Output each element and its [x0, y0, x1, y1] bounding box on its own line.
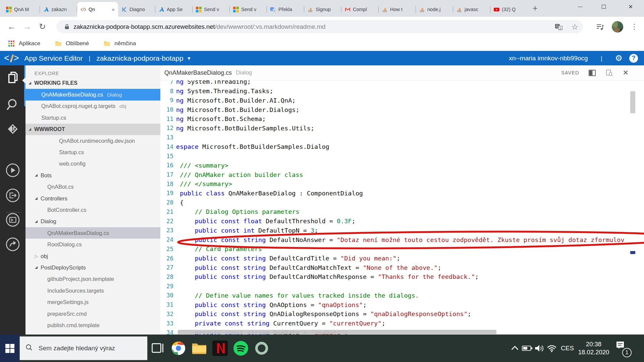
tree-file-item[interactable]: Startup.cs	[25, 112, 160, 123]
forward-button[interactable]: →	[23, 22, 32, 32]
code-area[interactable]: 7ng System.Threading;8ng System.Threadin…	[160, 80, 644, 335]
file-explorer-icon[interactable]	[192, 341, 207, 356]
browser-tab[interactable]: Send v	[193, 2, 230, 17]
code-line[interactable]: 16 /// <summary>	[160, 161, 644, 170]
browser-tab[interactable]: Diagno	[118, 2, 155, 17]
code-line[interactable]: 7ng System.Threading;	[160, 80, 644, 86]
tree-section-header[interactable]: WORKING FILES	[25, 77, 160, 89]
task-view-icon[interactable]	[150, 341, 165, 356]
window-maximize-button[interactable]	[592, 0, 615, 13]
browser-tab[interactable]: G文Překla	[267, 2, 304, 17]
tree-file-item[interactable]: RootDialog.cs	[25, 239, 160, 250]
wifi-icon[interactable]	[546, 343, 557, 354]
browser-tab[interactable]: zakazn	[40, 2, 77, 17]
tree-file-item[interactable]: QnABot.csproj.nuget.g.targetsobj	[25, 101, 160, 112]
new-tab-button[interactable]: +	[533, 4, 538, 12]
code-line[interactable]: 20 {	[160, 198, 644, 207]
spotify-icon[interactable]	[233, 341, 249, 356]
speaker-icon[interactable]	[534, 343, 545, 354]
battery-icon[interactable]	[522, 343, 533, 354]
taskbar-clock[interactable]: 20:38 18.02.2020	[578, 340, 610, 356]
browser-tab[interactable]: Signup	[304, 2, 341, 17]
tree-folder-header[interactable]: Controllers	[25, 193, 160, 204]
editor-close-icon[interactable]: ✕	[623, 69, 629, 77]
tree-file-item[interactable]: QnABot.cs	[25, 181, 160, 193]
help-icon[interactable]: ?	[629, 54, 638, 63]
settings-gear-icon[interactable]: ⚙	[615, 54, 623, 62]
reload-button[interactable]: ↻	[39, 22, 46, 32]
code-line[interactable]: 9ng Microsoft.Bot.Builder.AI.QnA;	[160, 96, 644, 105]
browser-tab[interactable]: QnA M	[3, 2, 40, 17]
code-line[interactable]: 29	[160, 282, 644, 291]
code-line[interactable]: 15	[160, 152, 644, 161]
tree-file-item[interactable]: IncludeSources.targets	[25, 285, 160, 296]
tree-file-item[interactable]: githubProject.json.template	[25, 274, 160, 285]
bookmark-item[interactable]: Aplikace	[8, 40, 40, 47]
tree-folder-header[interactable]: ▷obj	[25, 250, 160, 262]
code-line[interactable]: 28 public const string DefaultCardNoMatc…	[160, 272, 644, 282]
code-line[interactable]: 10ng Microsoft.Bot.Builder.Dialogs;	[160, 105, 644, 114]
browser-tab[interactable]: How t	[379, 2, 416, 17]
start-button[interactable]	[0, 335, 19, 362]
taskbar-search-box[interactable]: Sem zadejte hledaný výraz	[19, 336, 148, 360]
code-line[interactable]: 27 public const string DefaultCardNoMatc…	[160, 263, 644, 272]
code-line[interactable]: 18 /// </summary>	[160, 179, 644, 189]
bookmark-item[interactable]: němčina	[104, 40, 136, 47]
code-line[interactable]: 14espace Microsoft.BotBuilderSamples.Dia…	[160, 142, 644, 152]
tree-folder-header[interactable]: PostDeployScripts	[25, 262, 160, 273]
console-icon[interactable]	[5, 212, 20, 228]
tree-file-item[interactable]: publish.cmd.template	[25, 319, 160, 331]
tree-file-item[interactable]: QnAMakerBaseDialog.csDialog	[25, 89, 160, 100]
code-line[interactable]: 8ng System.Threading.Tasks;	[160, 86, 644, 96]
code-line[interactable]: 24 public const string DefaultNoAnswer =…	[160, 235, 644, 244]
code-line[interactable]: 26 public const string DefaultCardTitle …	[160, 254, 644, 263]
split-editor-icon[interactable]	[588, 69, 596, 77]
code-line[interactable]: 21 // Dialog Options parameters	[160, 207, 644, 217]
chevron-down-icon[interactable]: ▼	[187, 56, 192, 61]
language-indicator[interactable]: CES	[561, 345, 574, 352]
ring-icon[interactable]	[254, 341, 269, 356]
tree-section-header[interactable]: WWWROOT	[25, 124, 160, 135]
window-minimize-button[interactable]	[569, 0, 592, 13]
tree-file-item[interactable]: prepareSrc.cmd	[25, 308, 160, 319]
tree-folder-header[interactable]: Dialog	[25, 216, 160, 227]
translate-page-icon[interactable]: G文	[555, 23, 562, 31]
browser-tab[interactable]: (32) Q	[490, 2, 528, 17]
code-line[interactable]: 12ng Microsoft.BotBuilderSamples.Utils;	[160, 124, 644, 133]
window-close-button[interactable]: ✕	[619, 0, 642, 13]
tab-close-icon[interactable]: ×	[111, 7, 115, 12]
code-line[interactable]: 19 public class QnAMakerBaseDialog : Com…	[160, 189, 644, 198]
bookmark-item[interactable]: Oblíbené	[55, 40, 89, 47]
chevron-up-icon[interactable]	[509, 343, 520, 354]
code-line[interactable]: 32 public const string QnADialogResponse…	[160, 309, 644, 319]
netflix-icon[interactable]	[212, 341, 228, 356]
media-controls-icon[interactable]	[596, 22, 604, 31]
search-icon[interactable]	[5, 97, 20, 112]
tree-folder-header[interactable]: Bots	[25, 170, 160, 181]
browser-tab[interactable]: node.j	[416, 2, 453, 17]
code-line[interactable]: 31 public const string QnAOptions = "qna…	[160, 300, 644, 309]
tree-file-item[interactable]: mergeSettings.js	[25, 296, 160, 308]
bookmark-star-icon[interactable]: ☆	[571, 23, 578, 31]
back-button[interactable]: ←	[7, 22, 16, 32]
git-icon[interactable]	[5, 121, 20, 137]
tree-file-item[interactable]: QnAMakerBaseDialog.cs	[25, 227, 160, 239]
horizontal-scrollbar-thumb[interactable]	[178, 330, 496, 334]
code-line[interactable]: 23 public const int DefaultTopN = 3;	[160, 226, 644, 235]
tree-file-item[interactable]: BotController.cs	[25, 204, 160, 216]
browser-tab[interactable]: Qn×	[77, 2, 118, 17]
code-line[interactable]: 33 private const string CurrentQuery = "…	[160, 319, 644, 328]
browser-tab[interactable]: Compl	[341, 2, 379, 17]
export-icon[interactable]	[5, 188, 20, 203]
code-line[interactable]: 22 public const float DefaultThreshold =…	[160, 217, 644, 226]
browser-tab[interactable]: Send v	[230, 2, 267, 17]
code-line[interactable]: 13	[160, 133, 644, 142]
preview-icon[interactable]	[605, 69, 613, 77]
tree-file-item[interactable]: QnABot.runtimeconfig.dev.json	[25, 135, 160, 146]
chrome-icon[interactable]	[171, 341, 186, 356]
vertical-scrollbar-thumb[interactable]	[630, 91, 635, 113]
code-line[interactable]: 30 // Define value names for values trac…	[160, 291, 644, 300]
address-bar[interactable]: zakaznicka-podpora-botapp.scm.azurewebsi…	[56, 20, 583, 33]
site-name[interactable]: zakaznicka-podpora-botapp	[96, 54, 183, 62]
code-editor[interactable]: QnAMakerBaseDialog.cs Dialog SAVED ✕ 7ng…	[160, 65, 644, 335]
